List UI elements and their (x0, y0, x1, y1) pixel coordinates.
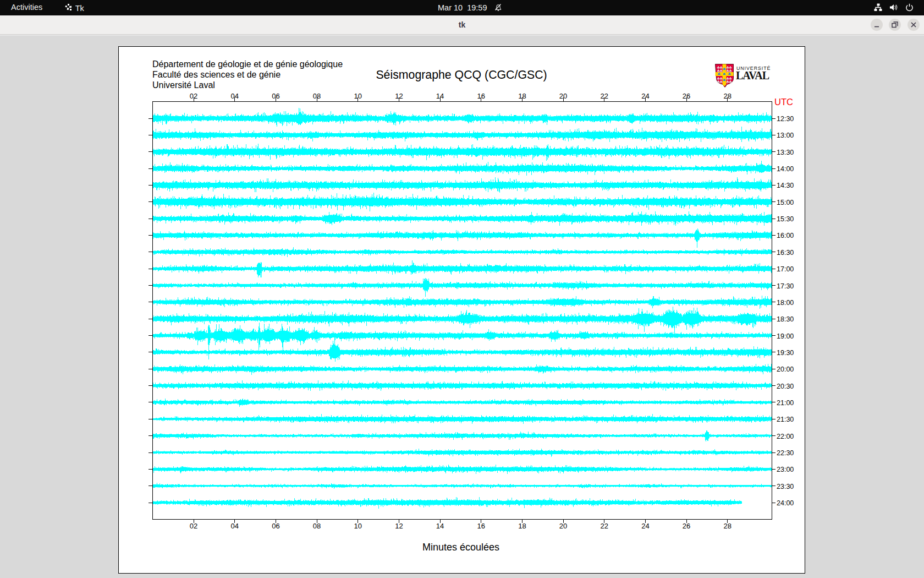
svg-text:18:30: 18:30 (777, 315, 794, 323)
svg-text:13:30: 13:30 (777, 149, 794, 156)
svg-text:15:00: 15:00 (777, 199, 794, 206)
svg-text:10: 10 (354, 522, 361, 530)
svg-text:08: 08 (313, 92, 321, 100)
svg-text:24:00: 24:00 (777, 499, 794, 507)
svg-text:18: 18 (518, 92, 526, 100)
svg-text:23:00: 23:00 (777, 466, 794, 473)
svg-text:26: 26 (683, 522, 690, 530)
svg-text:14:30: 14:30 (777, 182, 794, 189)
svg-text:18: 18 (518, 522, 526, 530)
svg-text:14:00: 14:00 (777, 165, 794, 173)
svg-text:17:00: 17:00 (777, 265, 794, 273)
svg-text:16: 16 (477, 522, 485, 530)
svg-text:28: 28 (723, 522, 731, 530)
svg-text:Minutes écoulées: Minutes écoulées (422, 542, 499, 553)
svg-text:28: 28 (723, 92, 731, 100)
svg-text:24: 24 (641, 522, 649, 530)
svg-text:UTC: UTC (774, 97, 793, 107)
svg-text:04: 04 (231, 522, 239, 530)
svg-text:22:00: 22:00 (777, 433, 794, 440)
svg-text:04: 04 (231, 92, 239, 100)
svg-text:15:30: 15:30 (777, 215, 794, 223)
svg-text:20: 20 (559, 522, 567, 530)
svg-text:22: 22 (600, 92, 608, 100)
svg-text:12: 12 (395, 92, 403, 100)
svg-text:17:30: 17:30 (777, 282, 794, 290)
svg-text:16:00: 16:00 (777, 232, 794, 239)
svg-text:18:00: 18:00 (777, 299, 794, 307)
svg-text:20:00: 20:00 (777, 366, 794, 373)
svg-text:26: 26 (683, 92, 690, 100)
svg-text:20:30: 20:30 (777, 383, 794, 390)
svg-text:21:30: 21:30 (777, 416, 794, 423)
svg-text:08: 08 (313, 522, 321, 530)
svg-text:22:30: 22:30 (777, 449, 794, 457)
svg-text:13:00: 13:00 (777, 132, 794, 139)
svg-text:12:30: 12:30 (777, 115, 794, 123)
svg-text:16: 16 (477, 92, 485, 100)
svg-text:24: 24 (641, 92, 649, 100)
svg-text:06: 06 (272, 522, 279, 530)
svg-text:14: 14 (436, 92, 444, 100)
svg-text:19:30: 19:30 (777, 349, 794, 357)
svg-text:19:00: 19:00 (777, 332, 794, 340)
svg-text:06: 06 (272, 92, 279, 100)
svg-text:02: 02 (190, 92, 197, 100)
svg-text:23:30: 23:30 (777, 483, 794, 490)
svg-text:10: 10 (354, 92, 361, 100)
svg-text:21:00: 21:00 (777, 399, 794, 407)
svg-text:20: 20 (559, 92, 567, 100)
svg-text:22: 22 (600, 522, 608, 530)
svg-text:02: 02 (190, 522, 197, 530)
svg-text:16:30: 16:30 (777, 249, 794, 257)
svg-text:14: 14 (436, 522, 444, 530)
svg-text:12: 12 (395, 522, 403, 530)
